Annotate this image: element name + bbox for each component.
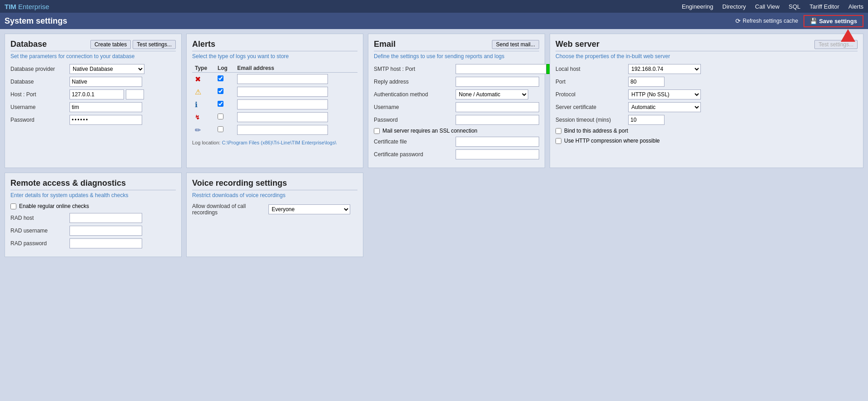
debug-icon: ↯ [195, 114, 200, 121]
db-port-input[interactable] [126, 89, 144, 99]
cert-password-label: Certificate password [374, 151, 456, 158]
rad-username-input[interactable] [69, 226, 142, 236]
webserver-subtitle: Choose the properties of the in-built we… [556, 53, 858, 59]
alert-log-debug-checkbox[interactable] [218, 114, 223, 119]
rad-password-row: RAD password [10, 238, 176, 248]
alert-email-info-input[interactable] [237, 99, 328, 109]
ws-port-input[interactable] [628, 77, 665, 87]
cert-file-input[interactable] [456, 137, 539, 147]
nav-call-view[interactable]: Call View [755, 3, 779, 10]
webserver-title: Web server [556, 40, 600, 49]
database-title: Database [10, 40, 47, 49]
webserver-card-header: Web server Test settings... [556, 40, 858, 51]
db-host-input[interactable] [69, 89, 124, 99]
reply-address-input[interactable] [456, 77, 539, 87]
nav-alerts[interactable]: Alerts [848, 3, 863, 10]
test-settings-db-button[interactable]: Test settings... [133, 40, 176, 49]
save-label: Save settings [819, 18, 857, 25]
email-password-row: Password [374, 115, 539, 125]
log-location-label: Log location: [192, 140, 220, 145]
nav-links: Engineering Directory Call View SQL Tari… [682, 3, 863, 10]
ws-protocol-row: Protocol HTTP (No SSL) HTTPS (SSL) [556, 89, 858, 99]
email-header-buttons: Send test mail... [492, 40, 539, 49]
top-nav-bar: TIM Enterprise Engineering Directory Cal… [0, 0, 868, 13]
app-brand: TIM Enterprise [5, 3, 49, 10]
db-provider-select[interactable]: Native Database [69, 64, 144, 74]
ssl-label: Mail server requires an SSL connection [382, 128, 477, 134]
ws-session-timeout-label: Session timeout (mins) [556, 117, 628, 123]
cert-password-input[interactable] [456, 149, 539, 159]
rad-password-input[interactable] [69, 238, 142, 248]
error-icon: ✖ [195, 75, 201, 83]
db-provider-label: Database provider [10, 66, 69, 72]
ssl-checkbox[interactable] [374, 128, 380, 134]
ws-protocol-select[interactable]: HTTP (No SSL) HTTPS (SSL) [628, 89, 701, 99]
reply-address-row: Reply address [374, 77, 539, 87]
rad-password-label: RAD password [10, 240, 69, 247]
refresh-settings-button[interactable]: ⟳ Refresh settings cache [732, 16, 802, 26]
email-username-input[interactable] [456, 102, 539, 112]
alert-row-error: ✖ [192, 73, 357, 86]
db-username-row: Username [10, 102, 176, 112]
auth-method-select[interactable]: None / Automatic Plain Login CRAM-MD5 [456, 89, 528, 99]
remote-access-card: Remote access & diagnostics Enter detail… [5, 173, 182, 257]
alert-log-edit-checkbox[interactable] [218, 126, 223, 132]
alerts-col-log: Log [215, 64, 234, 73]
database-card-header: Database Create tables Test settings... [10, 40, 176, 51]
db-username-input[interactable] [69, 102, 142, 112]
remote-access-header: Remote access & diagnostics [10, 178, 176, 190]
ws-server-cert-select[interactable]: Automatic Manual [628, 102, 701, 112]
save-settings-button[interactable]: 💾 Save settings [804, 15, 863, 27]
ws-session-timeout-input[interactable] [628, 115, 665, 125]
alert-row-debug: ↯ [192, 111, 357, 124]
cert-file-row: Certificate file [374, 137, 539, 147]
ws-local-host-label: Local host [556, 66, 628, 72]
enable-checks-checkbox[interactable] [10, 203, 16, 209]
ws-bind-checkbox[interactable] [556, 128, 561, 134]
reply-address-label: Reply address [374, 79, 456, 85]
enable-checks-row: Enable regular online checks [10, 203, 176, 209]
alert-email-debug-input[interactable] [237, 112, 328, 122]
ws-bind-label: Bind to this address & port [564, 128, 628, 134]
alert-email-edit-input[interactable] [237, 125, 328, 135]
smtp-host-input[interactable] [456, 64, 546, 74]
email-title: Email [374, 40, 396, 49]
alerts-subtitle: Select the type of logs you want to stor… [192, 53, 357, 59]
alerts-col-email: Email address [234, 64, 357, 73]
alert-email-warning-input[interactable] [237, 87, 328, 97]
ws-local-host-select[interactable]: 192.168.0.74 [628, 64, 701, 74]
edit-icon: ✏ [195, 126, 201, 134]
ws-port-label: Port [556, 79, 628, 85]
email-card: Email Send test mail... Define the setti… [368, 34, 545, 168]
db-password-input[interactable] [69, 115, 142, 125]
rad-username-row: RAD username [10, 226, 176, 236]
alert-email-error-input[interactable] [237, 74, 328, 84]
alert-log-error-checkbox[interactable] [218, 75, 223, 81]
alert-log-warning-checkbox[interactable] [218, 88, 223, 94]
ws-port-row: Port [556, 77, 858, 87]
arrow-indicator [841, 29, 855, 42]
ws-protocol-label: Protocol [556, 91, 628, 98]
ws-compression-checkbox[interactable] [556, 138, 561, 144]
send-test-mail-button[interactable]: Send test mail... [492, 40, 539, 49]
db-database-input[interactable] [69, 77, 142, 87]
database-card: Database Create tables Test settings... … [5, 34, 182, 168]
allow-recordings-select[interactable]: Everyone Managers only Nobody [268, 204, 350, 214]
database-header-buttons: Create tables Test settings... [90, 40, 176, 49]
email-password-input[interactable] [456, 115, 539, 125]
nav-engineering[interactable]: Engineering [682, 3, 713, 10]
alert-log-info-checkbox[interactable] [218, 101, 223, 107]
rad-host-input[interactable] [69, 213, 142, 223]
db-password-row: Password [10, 115, 176, 125]
remote-access-subtitle: Enter details for system updates & healt… [10, 192, 176, 198]
nav-directory[interactable]: Directory [722, 3, 746, 10]
ws-session-timeout-row: Session timeout (mins) [556, 115, 858, 125]
ws-server-cert-row: Server certificate Automatic Manual [556, 102, 858, 112]
nav-tariff-editor[interactable]: Tariff Editor [809, 3, 839, 10]
cert-password-row: Certificate password [374, 149, 539, 159]
nav-sql[interactable]: SQL [789, 3, 800, 10]
voice-recording-card: Voice recording settings Restrict downlo… [186, 173, 363, 257]
create-tables-button[interactable]: Create tables [90, 40, 131, 49]
rad-host-row: RAD host [10, 213, 176, 223]
voice-recording-subtitle: Restrict downloads of voice recordings [192, 192, 357, 198]
